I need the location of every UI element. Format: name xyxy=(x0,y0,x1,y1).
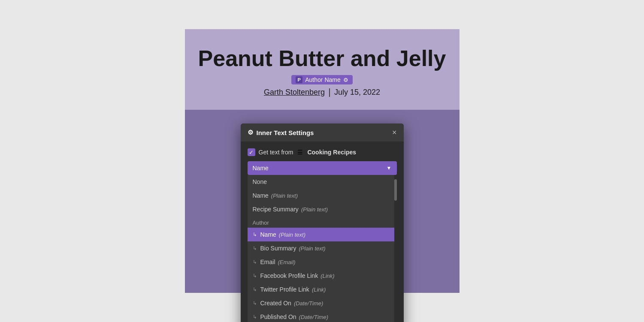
dropdown-item-author-name-type: (Plain text) xyxy=(279,232,305,238)
modal-close-button[interactable]: × xyxy=(392,129,397,136)
dropdown-item-none[interactable]: None xyxy=(248,175,397,189)
get-text-row: ✓ Get text from ☰ Cooking Recipes xyxy=(248,148,397,156)
top-section: Peanut Butter and Jelly P Author Name ⚙ … xyxy=(185,29,460,110)
modal-body: ✓ Get text from ☰ Cooking Recipes Name ▼… xyxy=(241,141,404,322)
field-dropdown-container: Name ▼ None Name (Plain text) Re xyxy=(248,161,397,322)
sub-arrow-icon: ↳ xyxy=(253,245,257,251)
recipe-title: Peanut Butter and Jelly xyxy=(198,46,446,71)
dropdown-item-author-name[interactable]: ↳ Name (Plain text) xyxy=(248,228,397,241)
page-canvas: Peanut Butter and Jelly P Author Name ⚙ … xyxy=(185,29,460,293)
scrollbar-track xyxy=(394,175,397,322)
sub-arrow-icon: ↳ xyxy=(253,273,257,279)
sub-arrow-icon: ↳ xyxy=(253,314,257,320)
dropdown-item-author-name-label: Name xyxy=(260,231,276,238)
get-text-checkbox[interactable]: ✓ xyxy=(248,148,255,156)
sub-arrow-icon: ↳ xyxy=(253,232,257,238)
author-badge-row: P Author Name ⚙ xyxy=(291,75,352,84)
dropdown-item-published-on-label: Published On xyxy=(260,313,296,320)
get-text-label: Get text from xyxy=(259,149,293,156)
dropdown-item-twitter-type: (Link) xyxy=(312,286,326,293)
modal-header: ⚙ Inner Text Settings × xyxy=(241,123,404,141)
author-meta: Garth Stoltenberg July 15, 2022 xyxy=(264,88,380,97)
dropdown-item-email-label: Email xyxy=(260,259,275,265)
dropdown-item-email-type: (Email) xyxy=(278,259,296,265)
dropdown-group-author-header: Author xyxy=(248,216,397,228)
dropdown-item-recipe-summary-type: (Plain text) xyxy=(301,206,328,213)
dropdown-item-created-on[interactable]: ↳ Created On (Date/Time) xyxy=(248,296,397,310)
author-name[interactable]: Garth Stoltenberg xyxy=(264,88,325,97)
meta-divider xyxy=(329,88,330,97)
db-icon: ☰ xyxy=(297,149,303,156)
dropdown-item-recipe-summary[interactable]: Recipe Summary (Plain text) xyxy=(248,202,397,216)
modal-gear-icon: ⚙ xyxy=(248,129,253,136)
dropdown-selected[interactable]: Name ▼ xyxy=(248,161,397,175)
dropdown-item-bio-summary[interactable]: ↳ Bio Summary (Plain text) xyxy=(248,241,397,255)
dropdown-item-twitter[interactable]: ↳ Twitter Profile Link (Link) xyxy=(248,283,397,296)
gear-icon[interactable]: ⚙ xyxy=(343,77,348,83)
sub-arrow-icon: ↳ xyxy=(253,300,257,306)
chevron-down-icon: ▼ xyxy=(387,165,392,171)
dropdown-item-none-label: None xyxy=(253,178,267,185)
scrollbar-thumb[interactable] xyxy=(394,179,397,201)
dropdown-list: None Name (Plain text) Recipe Summary (P… xyxy=(248,175,397,322)
dropdown-item-name-type: (Plain text) xyxy=(271,193,298,199)
dropdown-item-created-on-type: (Date/Time) xyxy=(294,300,324,307)
modal-overlay: ⚙ Inner Text Settings × ✓ Get text from … xyxy=(241,123,404,322)
p-icon: P xyxy=(296,76,302,83)
dropdown-item-created-on-label: Created On xyxy=(260,300,291,307)
dropdown-item-bio-summary-label: Bio Summary xyxy=(260,245,296,252)
dropdown-item-name[interactable]: Name (Plain text) xyxy=(248,189,397,202)
modal-title-text: Inner Text Settings xyxy=(257,129,314,136)
dropdown-item-facebook-type: (Link) xyxy=(320,273,335,279)
author-badge[interactable]: P Author Name ⚙ xyxy=(291,75,352,84)
dropdown-item-twitter-label: Twitter Profile Link xyxy=(260,286,309,293)
dropdown-item-recipe-summary-label: Recipe Summary xyxy=(253,206,299,213)
author-badge-label: Author Name xyxy=(305,76,340,83)
dropdown-item-name-label: Name xyxy=(253,192,269,199)
dropdown-item-bio-summary-type: (Plain text) xyxy=(299,245,326,252)
recipe-date: July 15, 2022 xyxy=(334,88,380,97)
dropdown-item-published-on[interactable]: ↳ Published On (Date/Time) xyxy=(248,310,397,322)
dropdown-item-facebook-label: Facebook Profile Link xyxy=(260,272,318,279)
dropdown-selected-label: Name xyxy=(253,165,269,172)
modal-title: ⚙ Inner Text Settings xyxy=(248,129,314,136)
source-name: Cooking Recipes xyxy=(307,149,356,156)
dropdown-item-facebook[interactable]: ↳ Facebook Profile Link (Link) xyxy=(248,269,397,283)
dropdown-item-published-on-type: (Date/Time) xyxy=(299,314,329,320)
inner-text-settings-modal: ⚙ Inner Text Settings × ✓ Get text from … xyxy=(241,123,404,322)
dropdown-item-email[interactable]: ↳ Email (Email) xyxy=(248,255,397,269)
sub-arrow-icon: ↳ xyxy=(253,259,257,265)
sub-arrow-icon: ↳ xyxy=(253,286,257,292)
